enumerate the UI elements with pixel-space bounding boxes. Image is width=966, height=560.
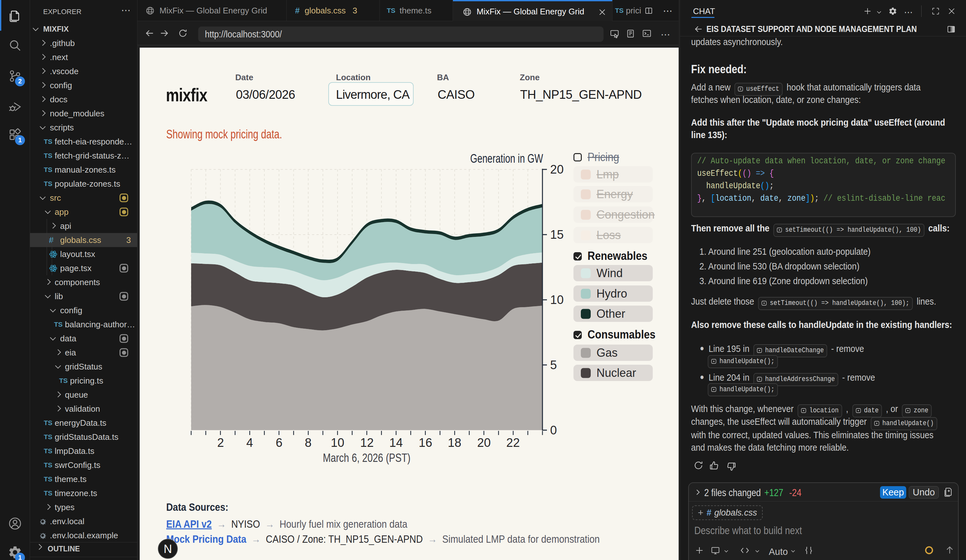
svg-text:8: 8 [305, 436, 311, 449]
svg-text:22: 22 [506, 436, 520, 449]
svg-text:0: 0 [550, 424, 557, 437]
svg-text:18: 18 [448, 436, 461, 449]
svg-text:20: 20 [477, 436, 491, 449]
svg-text:10: 10 [331, 436, 344, 449]
svg-text:4: 4 [246, 436, 253, 449]
svg-text:6: 6 [276, 436, 282, 449]
svg-text:5: 5 [550, 358, 557, 372]
svg-text:12: 12 [360, 436, 374, 449]
svg-text:14: 14 [389, 436, 403, 449]
svg-text:March 6, 2026 (PST): March 6, 2026 (PST) [323, 451, 411, 465]
svg-text:20: 20 [550, 163, 564, 176]
svg-text:10: 10 [550, 293, 564, 307]
svg-text:Generation in GW: Generation in GW [470, 152, 543, 165]
svg-text:16: 16 [419, 436, 432, 449]
svg-text:15: 15 [550, 228, 564, 241]
svg-text:2: 2 [217, 436, 224, 449]
